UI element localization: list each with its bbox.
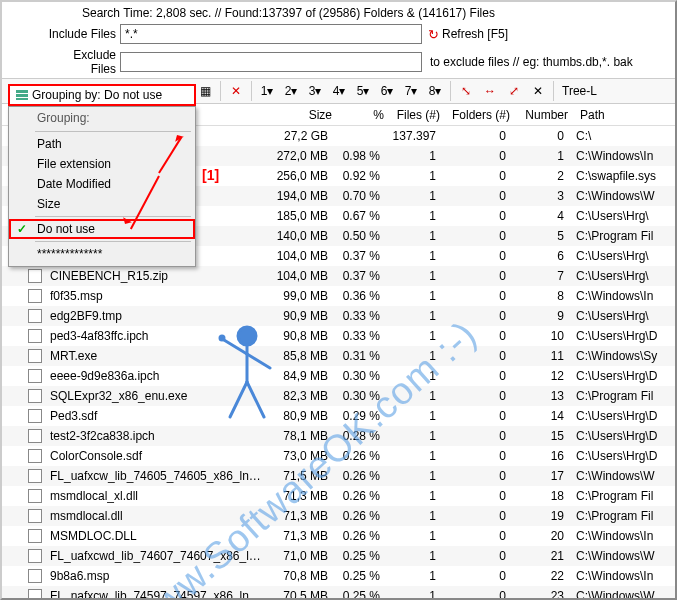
table-row[interactable]: FL_uafxcwd_lib_74607_74607_x86_ln.364...…	[2, 546, 675, 566]
table-row[interactable]: FL_nafxcw_lib_74597_74597_x86_ln.3643...…	[2, 586, 675, 600]
include-input[interactable]	[120, 24, 422, 44]
cell-name: 9b8a6.msp	[44, 568, 268, 584]
cell-files: 1	[386, 228, 442, 244]
cell-folders: 0	[442, 348, 512, 364]
table-row[interactable]: msmdlocal_xl.dll71,3 MB0.26 %1018C:\Prog…	[2, 486, 675, 506]
table-row[interactable]: edg2BF9.tmp90,9 MB0.33 %109C:\Users\Hrg\	[2, 306, 675, 326]
cell-number: 4	[512, 208, 570, 224]
cell-files: 1	[386, 548, 442, 564]
cell-size: 82,3 MB	[268, 388, 334, 404]
cell-size: 71,0 MB	[268, 548, 334, 564]
col-number[interactable]: Number	[516, 106, 574, 124]
cell-pct: 0.30 %	[334, 368, 386, 384]
dropdown-item-size[interactable]: Size	[9, 194, 195, 214]
dropdown-item-stars[interactable]: **************	[9, 244, 195, 264]
sort-5-button[interactable]: 5▾	[352, 80, 374, 102]
sort-7-button[interactable]: 7▾	[400, 80, 422, 102]
cell-number: 11	[512, 348, 570, 364]
cell-files: 1	[386, 388, 442, 404]
dropdown-item-extension[interactable]: File extension	[9, 154, 195, 174]
cell-size: 84,9 MB	[268, 368, 334, 384]
dropdown-item-date[interactable]: Date Modified	[9, 174, 195, 194]
sort-6-button[interactable]: 6▾	[376, 80, 398, 102]
col-files[interactable]: Files (#)	[390, 106, 446, 124]
cell-pct	[334, 135, 386, 137]
cell-files: 1	[386, 468, 442, 484]
cell-size: 256,0 MB	[268, 168, 334, 184]
cell-path: C:\Windows\In	[570, 568, 675, 584]
cell-pct: 0.98 %	[334, 148, 386, 164]
dropdown-item-path[interactable]: Path	[9, 134, 195, 154]
col-folders[interactable]: Folders (#)	[446, 106, 516, 124]
col-size[interactable]: Size	[268, 106, 338, 124]
refresh-icon: ↻	[428, 27, 439, 42]
sort-2-button[interactable]: 2▾	[280, 80, 302, 102]
table-row[interactable]: FL_uafxcw_lib_74605_74605_x86_ln.3643...…	[2, 466, 675, 486]
cell-files: 1	[386, 348, 442, 364]
col-pct[interactable]: %	[338, 106, 390, 124]
cell-pct: 0.92 %	[334, 168, 386, 184]
cell-files: 1	[386, 368, 442, 384]
cell-folders: 0	[442, 368, 512, 384]
cell-path: C:\Windows\In	[570, 288, 675, 304]
file-icon	[26, 529, 44, 543]
cell-pct: 0.26 %	[334, 528, 386, 544]
cell-folders: 0	[442, 248, 512, 264]
exclude-input[interactable]	[120, 52, 422, 72]
cell-files: 1	[386, 248, 442, 264]
dropdown-item-donotuse[interactable]: ✓ Do not use	[9, 219, 195, 239]
cell-path: C:\Windows\In	[570, 148, 675, 164]
grouping-button[interactable]: Grouping by: Do not use	[8, 84, 196, 106]
cell-number: 23	[512, 588, 570, 600]
exclude-hint: to exclude files // eg: thumbs.db,*. bak	[430, 55, 633, 69]
cell-folders: 0	[442, 208, 512, 224]
sort-4-button[interactable]: 4▾	[328, 80, 350, 102]
cell-number: 19	[512, 508, 570, 524]
file-icon	[26, 469, 44, 483]
file-icon	[26, 289, 44, 303]
table-row[interactable]: msmdlocal.dll71,3 MB0.26 %1019C:\Program…	[2, 506, 675, 526]
file-icon	[26, 349, 44, 363]
sort-1-button[interactable]: 1▾	[256, 80, 278, 102]
table-row[interactable]: 9b8a6.msp70,8 MB0.25 %1022C:\Windows\In	[2, 566, 675, 586]
cell-number: 7	[512, 268, 570, 284]
cell-path: C:\Users\Hrg\D	[570, 448, 675, 464]
table-row[interactable]: MSMDLOC.DLL71,3 MB0.26 %1020C:\Windows\I…	[2, 526, 675, 546]
cell-number: 9	[512, 308, 570, 324]
toolbar-arrow-in[interactable]: ⤡	[455, 80, 477, 102]
cell-pct: 0.28 %	[334, 428, 386, 444]
cell-number: 13	[512, 388, 570, 404]
delete-button[interactable]: ✕	[225, 80, 247, 102]
refresh-button[interactable]: ↻ Refresh [F5]	[428, 27, 508, 42]
cell-path: C:\Windows\W	[570, 188, 675, 204]
sort-3-button[interactable]: 3▾	[304, 80, 326, 102]
table-row[interactable]: ColorConsole.sdf73,0 MB0.26 %1016C:\User…	[2, 446, 675, 466]
cell-number: 8	[512, 288, 570, 304]
cell-size: 70,8 MB	[268, 568, 334, 584]
check-icon: ✓	[17, 222, 27, 236]
cell-size: 27,2 GB	[268, 128, 334, 144]
table-row[interactable]: eeee-9d9e836a.ipch84,9 MB0.30 %1012C:\Us…	[2, 366, 675, 386]
cell-folders: 0	[442, 328, 512, 344]
col-path[interactable]: Path	[574, 106, 675, 124]
toolbar-btn-1[interactable]: ▦	[194, 80, 216, 102]
file-icon	[26, 389, 44, 403]
toolbar-arrow-lr[interactable]: ↔	[479, 80, 501, 102]
cell-size: 104,0 MB	[268, 248, 334, 264]
cell-folders: 0	[442, 488, 512, 504]
table-row[interactable]: test2-3f2ca838.ipch78,1 MB0.28 %1015C:\U…	[2, 426, 675, 446]
toolbar-arrow-out[interactable]: ⤢	[503, 80, 525, 102]
table-row[interactable]: MRT.exe85,8 MB0.31 %1011C:\Windows\Sy	[2, 346, 675, 366]
cell-number: 10	[512, 328, 570, 344]
tree-button[interactable]: Tree-L	[558, 84, 601, 98]
table-row[interactable]: Ped3.sdf80,9 MB0.29 %1014C:\Users\Hrg\D	[2, 406, 675, 426]
table-row[interactable]: f0f35.msp99,0 MB0.36 %108C:\Windows\In	[2, 286, 675, 306]
sort-8-button[interactable]: 8▾	[424, 80, 446, 102]
toolbar-x[interactable]: ✕	[527, 80, 549, 102]
cell-pct: 0.33 %	[334, 328, 386, 344]
table-row[interactable]: CINEBENCH_R15.zip104,0 MB0.37 %107C:\Use…	[2, 266, 675, 286]
table-row[interactable]: SQLExpr32_x86_enu.exe82,3 MB0.30 %1013C:…	[2, 386, 675, 406]
table-row[interactable]: ped3-4af83ffc.ipch90,8 MB0.33 %1010C:\Us…	[2, 326, 675, 346]
search-status: Search Time: 2,808 sec. // Found:137397 …	[2, 2, 675, 22]
cell-folders: 0	[442, 288, 512, 304]
